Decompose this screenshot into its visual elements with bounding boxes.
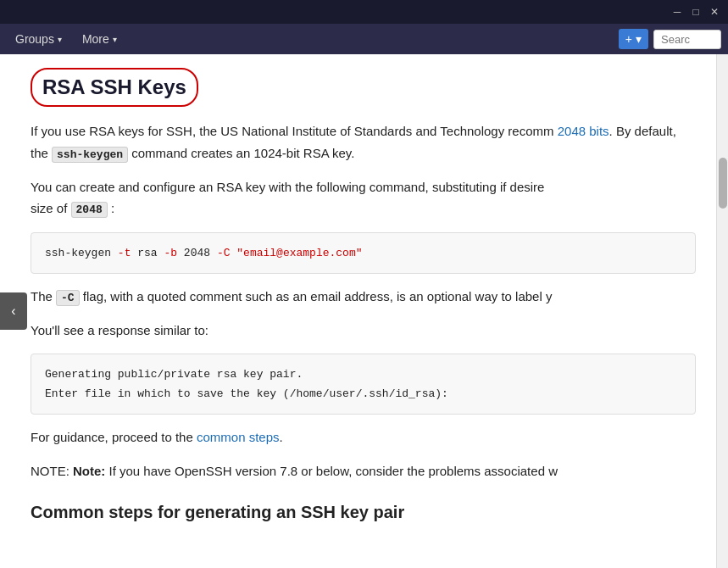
code-1-t-flag: -t (118, 247, 131, 259)
para-6-text: If you have OpenSSH version 7.8 or below… (109, 464, 558, 478)
para-5-prefix: For guidance, proceed to the (31, 430, 193, 444)
link-2048bits[interactable]: 2048 bits (558, 124, 609, 138)
maximize-button[interactable]: □ (687, 3, 704, 20)
code-1-2048: 2048 (177, 247, 217, 259)
back-arrow-icon: ‹ (11, 303, 15, 319)
groups-label: Groups (15, 32, 54, 46)
section-heading: Common steps for generating an SSH key p… (31, 498, 696, 526)
add-icon: + (625, 32, 632, 46)
more-caret: ▾ (113, 35, 117, 44)
code-1-email: "email@example.com" (236, 247, 362, 259)
groups-caret: ▾ (58, 35, 62, 44)
link-common-steps[interactable]: common steps (197, 430, 280, 444)
para-5: For guidance, proceed to the common step… (31, 426, 696, 448)
add-button[interactable]: + ▾ (619, 29, 648, 49)
para-1-cont: command creates an 1024-bit RSA key. (131, 146, 354, 160)
main-content: RSA SSH Keys If you use RSA keys for SSH… (0, 54, 716, 568)
para-2-line2-suffix: : (111, 201, 114, 215)
toolbar-right: + ▾ (619, 29, 721, 49)
para-1-text: If you use RSA keys for SSH, the US Nati… (31, 124, 554, 138)
add-caret: ▾ (636, 32, 642, 46)
toolbar: Groups ▾ More ▾ + ▾ (0, 24, 728, 54)
code-1-ssh-keygen: ssh-keygen (45, 247, 118, 259)
para-2-text: You can create and configure an RSA key … (31, 180, 544, 194)
code-1-c-flag: -C (217, 247, 231, 259)
para-5-suffix: . (280, 430, 283, 444)
para-4: You'll see a response similar to: (31, 320, 696, 342)
para-6-bold: Note: (73, 464, 105, 478)
content-area: ‹ RSA SSH Keys If you use RSA keys for S… (0, 54, 728, 568)
para-3-prefix: The (31, 289, 53, 303)
groups-menu[interactable]: Groups ▾ (7, 29, 70, 49)
para-6-prefix: NOTE: (31, 464, 69, 478)
code-c-flag: -C (56, 290, 80, 306)
code-block-2: Generating public/private rsa key pair. … (31, 354, 696, 415)
close-button[interactable]: ✕ (706, 3, 723, 20)
scrollbar[interactable] (716, 54, 728, 568)
code-1-rsa: rsa (131, 247, 164, 259)
para-1: If you use RSA keys for SSH, the US Nati… (31, 120, 696, 164)
para-6: NOTE: Note: If you have OpenSSH version … (31, 460, 696, 482)
back-nav-button[interactable]: ‹ (0, 292, 27, 330)
page-title: RSA SSH Keys (31, 68, 198, 107)
code-block-2-line2: Enter file in which to save the key (/ho… (45, 384, 681, 404)
more-label: More (82, 32, 109, 46)
code-1-b-flag: -b (164, 247, 177, 259)
minimize-button[interactable]: ─ (669, 3, 686, 20)
para-2-line2-prefix: size of (31, 201, 67, 215)
scrollbar-thumb[interactable] (719, 158, 727, 209)
search-input[interactable] (653, 30, 721, 49)
para-2: You can create and configure an RSA key … (31, 176, 696, 220)
more-menu[interactable]: More ▾ (74, 29, 125, 49)
code-block-1: ssh-keygen -t rsa -b 2048 -C "email@exam… (31, 232, 696, 274)
code-ssh-keygen-1: ssh-keygen (52, 147, 128, 163)
code-2048: 2048 (71, 202, 108, 218)
titlebar: ─ □ ✕ (0, 0, 728, 24)
para-3: The -C flag, with a quoted comment such … (31, 286, 696, 308)
para-3-text: flag, with a quoted comment such as an e… (83, 289, 553, 303)
code-block-2-line1: Generating public/private rsa key pair. (45, 365, 681, 384)
